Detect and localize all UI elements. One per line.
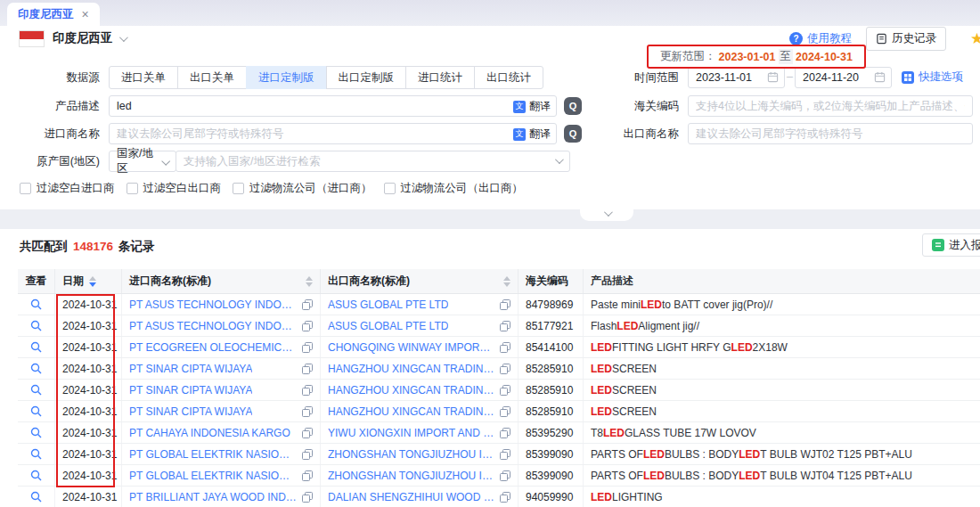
copy-icon[interactable] [500, 342, 510, 353]
view-cell[interactable] [18, 401, 55, 421]
data-source-tab[interactable]: 进口统计 [405, 66, 475, 89]
magnifier-icon[interactable] [30, 405, 42, 417]
tutorial-link[interactable]: ? 使用教程 [789, 31, 852, 46]
quick-options-link[interactable]: 快捷选项 [902, 70, 963, 85]
importer-link[interactable]: PT ASUS TECHNOLOGY INDONESIA BA... [129, 298, 297, 311]
magnifier-icon[interactable] [30, 320, 42, 331]
view-cell[interactable] [18, 444, 55, 464]
collapse-toggle[interactable] [580, 209, 633, 221]
view-cell[interactable] [18, 487, 55, 507]
copy-icon[interactable] [500, 449, 510, 460]
exporter-link[interactable]: YIWU XIONGXIN IMPORT AND EXPORT... [328, 427, 494, 439]
exact-match-icon[interactable]: Q [564, 125, 582, 143]
checkbox-icon[interactable] [233, 183, 244, 194]
magnifier-icon[interactable] [30, 363, 42, 374]
product-desc-input[interactable] [109, 95, 557, 117]
header-exporter[interactable]: 出口商名称(标准) [321, 269, 519, 293]
importer-link[interactable]: PT ECOGREEN OLEOCHEMICALS [129, 341, 297, 354]
magnifier-icon[interactable] [30, 448, 42, 460]
view-cell[interactable] [18, 380, 55, 400]
copy-icon[interactable] [302, 364, 313, 374]
sort-icon[interactable] [306, 276, 313, 287]
origin-search-input[interactable] [176, 151, 570, 172]
tab-indonesia[interactable]: 印度尼西亚 × [7, 3, 100, 26]
copy-icon[interactable] [500, 406, 510, 417]
magnifier-icon[interactable] [30, 341, 42, 353]
magnifier-icon[interactable] [30, 491, 42, 503]
exporter-link[interactable]: ZHONGSHAN TONGJIUZHOU INTERNA... [328, 470, 494, 482]
copy-icon[interactable] [500, 299, 510, 310]
data-source-tab[interactable]: 出口关单 [177, 66, 247, 89]
importer-link[interactable]: PT GLOBAL ELEKTRIK NASIONAL [129, 448, 297, 461]
copy-icon[interactable] [302, 449, 313, 460]
hs-code-field[interactable] [688, 95, 973, 117]
product-desc-field[interactable]: 文 翻译 [109, 95, 557, 117]
exact-match-icon[interactable]: Q [564, 97, 582, 115]
chevron-down-icon[interactable] [118, 33, 127, 42]
time-end-field[interactable] [795, 67, 892, 88]
checkbox-icon[interactable] [127, 183, 138, 194]
copy-icon[interactable] [500, 385, 510, 396]
translate-button[interactable]: 文 翻译 [513, 99, 551, 114]
header-date[interactable]: 日期 [55, 269, 122, 293]
data-source-tab[interactable]: 出口定制版 [326, 66, 407, 89]
filter-checkbox[interactable]: 过滤物流公司（出口商） [384, 181, 524, 196]
importer-field[interactable]: 文 翻译 [109, 123, 557, 144]
exporter-field[interactable] [688, 123, 973, 144]
exporter-link[interactable]: CHONGQING WINWAY IMPORT AND E... [328, 341, 494, 354]
exporter-input[interactable] [688, 123, 973, 144]
view-cell[interactable] [18, 294, 55, 315]
exporter-link[interactable]: ASUS GLOBAL PTE LTD [328, 298, 448, 311]
importer-link[interactable]: PT ASUS TECHNOLOGY INDONESIA BA... [129, 320, 297, 332]
copy-icon[interactable] [302, 321, 313, 331]
magnifier-icon[interactable] [30, 384, 42, 396]
data-source-tab[interactable]: 出口统计 [474, 66, 543, 89]
copy-icon[interactable] [302, 492, 313, 503]
importer-link[interactable]: PT SINAR CIPTA WIJAYA [129, 384, 252, 397]
filter-checkbox[interactable]: 过滤物流公司（进口商） [233, 181, 372, 196]
magnifier-icon[interactable] [30, 298, 42, 310]
copy-icon[interactable] [500, 364, 510, 374]
sort-icon[interactable] [89, 276, 96, 287]
filter-checkbox[interactable]: 过滤空白出口商 [127, 181, 222, 196]
copy-icon[interactable] [500, 492, 510, 503]
sort-icon[interactable] [503, 276, 510, 287]
copy-icon[interactable] [302, 406, 313, 417]
exporter-link[interactable]: HANGZHOU XINGCAN TRADING CO LTD [328, 405, 494, 418]
header-importer[interactable]: 进口商名称(标准) [122, 269, 321, 293]
importer-link[interactable]: PT CAHAYA INDONESIA KARGO [129, 427, 290, 439]
exporter-link[interactable]: ZHONGSHAN TONGJIUZHOU INTERNA... [328, 448, 494, 461]
filter-checkbox[interactable]: 过滤空白进口商 [20, 181, 115, 196]
magnifier-icon[interactable] [30, 470, 42, 481]
checkbox-icon[interactable] [20, 183, 31, 194]
view-cell[interactable] [18, 315, 55, 336]
copy-icon[interactable] [500, 428, 510, 438]
copy-icon[interactable] [302, 299, 313, 310]
copy-icon[interactable] [302, 428, 313, 438]
magnifier-icon[interactable] [30, 427, 42, 438]
close-icon[interactable]: × [82, 8, 89, 20]
history-button[interactable]: 历史记录 [866, 27, 946, 51]
exporter-link[interactable]: HANGZHOU XINGCAN TRADING CO LTD [328, 384, 494, 397]
hs-code-input[interactable] [688, 95, 973, 117]
view-cell[interactable] [18, 337, 55, 357]
exporter-link[interactable]: DALIAN SHENGZHIHUI WOOD INDUST... [328, 491, 494, 503]
copy-icon[interactable] [302, 470, 313, 481]
copy-icon[interactable] [500, 470, 510, 481]
importer-link[interactable]: PT SINAR CIPTA WIJAYA [129, 363, 252, 375]
checkbox-icon[interactable] [384, 183, 396, 194]
data-source-tab[interactable]: 进口关单 [109, 66, 178, 89]
origin-select[interactable]: 国家/地区 [109, 151, 176, 172]
exporter-link[interactable]: ASUS GLOBAL PTE LTD [328, 320, 448, 332]
data-source-tab[interactable]: 进口定制版 [246, 66, 327, 89]
favorite-star-icon[interactable]: ★ [970, 29, 980, 48]
enter-report-button[interactable]: 进入报告 [922, 233, 980, 257]
copy-icon[interactable] [500, 321, 510, 331]
importer-link[interactable]: PT SINAR CIPTA WIJAYA [129, 405, 252, 418]
time-start-field[interactable] [688, 67, 785, 88]
importer-link[interactable]: PT BRILLIANT JAYA WOOD INDUSTRY [129, 491, 297, 503]
importer-input[interactable] [109, 123, 557, 144]
importer-link[interactable]: PT GLOBAL ELEKTRIK NASIONAL [129, 470, 297, 482]
view-cell[interactable] [18, 358, 55, 379]
origin-search-field[interactable] [176, 151, 570, 172]
